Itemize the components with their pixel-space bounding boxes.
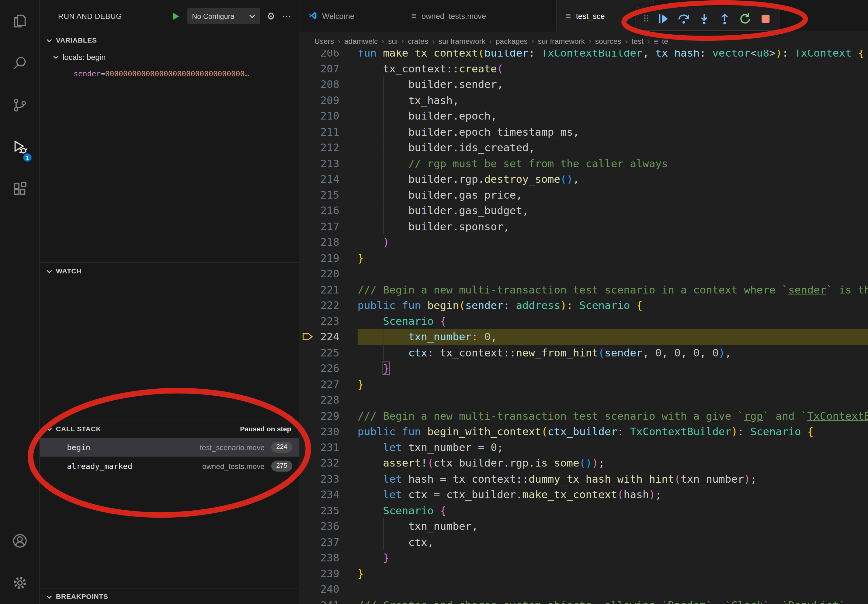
code-line[interactable]: 225 ctx: tx_context::new_from_hint(sende… [299, 345, 868, 360]
glyph-margin[interactable] [299, 108, 316, 124]
code-line[interactable]: 226 } [299, 360, 868, 376]
glyph-margin[interactable] [299, 360, 316, 376]
code-line[interactable]: 234 let ctx = ctx_builder.make_tx_contex… [299, 486, 868, 502]
glyph-margin[interactable] [299, 313, 316, 329]
code-line[interactable]: 207 tx_context::create( [299, 60, 868, 76]
code-line[interactable]: 231 let txn_number = 0; [299, 439, 868, 455]
code-line[interactable]: 228 [299, 392, 868, 408]
settings-gear-icon[interactable] [0, 562, 39, 604]
code-line[interactable]: 236 txn_number, [299, 518, 868, 534]
glyph-margin[interactable] [299, 392, 316, 408]
breadcrumb-item[interactable]: sui-framework [538, 37, 585, 45]
code-line[interactable]: 208 builder.sender, [299, 76, 868, 92]
breadcrumb-item[interactable]: adamwelc [344, 37, 378, 45]
code-line[interactable]: 213 // rgp must be set from the caller a… [299, 155, 868, 171]
glyph-margin[interactable] [299, 565, 316, 581]
breadcrumb-item[interactable]: sources [595, 37, 622, 45]
glyph-margin[interactable] [299, 439, 316, 455]
explorer-icon[interactable] [0, 0, 39, 42]
call-stack-section-header[interactable]: CALL STACK Paused on step [40, 420, 299, 438]
source-control-icon[interactable] [0, 84, 39, 126]
glyph-margin[interactable] [299, 60, 316, 76]
breadcrumb-item[interactable]: sui [388, 37, 397, 45]
code-line[interactable]: 206fun make_tx_context(builder: TxContex… [299, 50, 868, 60]
code-line[interactable]: 212 builder.ids_created, [299, 139, 868, 155]
search-icon[interactable] [0, 42, 39, 84]
glyph-margin[interactable] [299, 218, 316, 234]
tab-welcome[interactable]: Welcome [299, 0, 403, 32]
code-editor[interactable]: 206fun make_tx_context(builder: TxContex… [299, 50, 868, 604]
code-line[interactable]: 235 Scenario { [299, 502, 868, 518]
code-line[interactable]: 230public fun begin_with_context(ctx_bui… [299, 423, 868, 439]
glyph-margin[interactable] [299, 423, 316, 439]
breadcrumb-item[interactable]: sui-framework [439, 37, 485, 45]
stop-button[interactable] [759, 12, 772, 26]
breadcrumb-item[interactable]: test [631, 37, 643, 45]
glyph-margin[interactable] [299, 139, 316, 155]
code-line[interactable]: 238 } [299, 550, 868, 565]
glyph-margin[interactable] [299, 534, 316, 550]
continue-button[interactable] [657, 12, 670, 26]
glyph-margin[interactable] [299, 486, 316, 502]
glyph-margin[interactable] [299, 518, 316, 534]
code-line[interactable]: 215 builder.gas_price, [299, 187, 868, 203]
toolbar-gripper-icon[interactable]: ⠿ [643, 14, 649, 23]
call-stack-frame[interactable]: begin test_scenario.move 224 [40, 438, 299, 457]
glyph-margin[interactable] [299, 50, 316, 60]
extensions-icon[interactable] [0, 168, 39, 210]
glyph-margin[interactable] [299, 455, 316, 471]
code-line[interactable]: 218 ) [299, 234, 868, 250]
code-line[interactable]: 216 builder.gas_budget, [299, 203, 868, 218]
breadcrumb-item[interactable]: packages [496, 37, 528, 45]
glyph-margin[interactable] [299, 92, 316, 108]
code-line[interactable]: 237 ctx, [299, 534, 868, 550]
step-out-button[interactable] [718, 12, 732, 26]
code-line[interactable]: 221/// Begin a new multi-transaction tes… [299, 282, 868, 297]
code-line[interactable]: 240 [299, 581, 868, 597]
code-line[interactable]: 219} [299, 250, 868, 266]
breadcrumb-item[interactable]: Users [315, 37, 334, 45]
restart-button[interactable] [739, 12, 752, 26]
code-line[interactable]: 220 [299, 266, 868, 282]
step-into-button[interactable] [698, 12, 711, 26]
code-line[interactable]: 210 builder.epoch, [299, 108, 868, 124]
debug-configuration-dropdown[interactable]: No Configura [187, 8, 260, 24]
glyph-margin[interactable] [299, 597, 316, 604]
run-and-debug-icon[interactable]: 1 [0, 126, 39, 168]
code-line[interactable]: 229/// Begin a new multi-transaction tes… [299, 408, 868, 424]
glyph-margin[interactable] [299, 124, 316, 139]
step-over-button[interactable] [677, 12, 691, 26]
debug-settings-gear-icon[interactable]: ⚙ [267, 11, 275, 21]
glyph-margin[interactable] [299, 76, 316, 92]
glyph-margin[interactable] [299, 234, 316, 250]
glyph-margin[interactable] [299, 471, 316, 486]
glyph-margin[interactable] [299, 187, 316, 203]
code-line[interactable]: 223 Scenario { [299, 313, 868, 329]
glyph-margin[interactable] [299, 297, 316, 313]
start-debugging-button[interactable] [171, 11, 180, 21]
code-line[interactable]: 239} [299, 565, 868, 581]
glyph-margin[interactable] [299, 203, 316, 218]
code-line[interactable]: 241/// Creates and shares system objects… [299, 597, 868, 604]
code-line[interactable]: 232 assert!(ctx_builder.rgp.is_some()); [299, 455, 868, 471]
tab-owned-tests[interactable]: ≡ owned_tests.move [402, 0, 557, 32]
variable-row[interactable]: sender = 0000000000000000000000000000000… [40, 65, 299, 82]
glyph-margin[interactable] [299, 550, 316, 565]
glyph-margin[interactable] [299, 266, 316, 282]
code-line[interactable]: 211 builder.epoch_timestamp_ms, [299, 124, 868, 139]
glyph-margin[interactable] [299, 155, 316, 171]
variables-section-header[interactable]: VARIABLES [40, 32, 299, 49]
code-line[interactable]: 222public fun begin(sender: address): Sc… [299, 297, 868, 313]
account-icon[interactable] [0, 520, 39, 562]
watch-section-header[interactable]: WATCH [40, 263, 299, 280]
breadcrumb-item[interactable]: crates [408, 37, 428, 45]
call-stack-frame[interactable]: already_marked owned_tests.move 275 [40, 457, 299, 475]
glyph-margin[interactable] [299, 581, 316, 597]
code-line[interactable]: 209 tx_hash, [299, 92, 868, 108]
glyph-margin[interactable] [299, 345, 316, 360]
glyph-margin[interactable] [299, 376, 316, 392]
code-line[interactable]: 233 let hash = tx_context::dummy_tx_hash… [299, 471, 868, 486]
variables-scope-row[interactable]: locals: begin [40, 49, 299, 65]
glyph-margin[interactable] [299, 282, 316, 297]
glyph-margin[interactable] [299, 408, 316, 424]
